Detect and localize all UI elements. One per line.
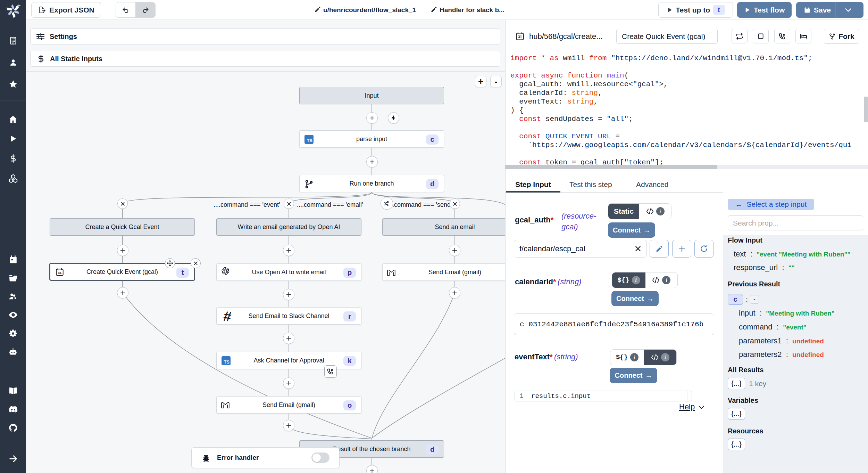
svg-text:31: 31 [518,35,522,39]
